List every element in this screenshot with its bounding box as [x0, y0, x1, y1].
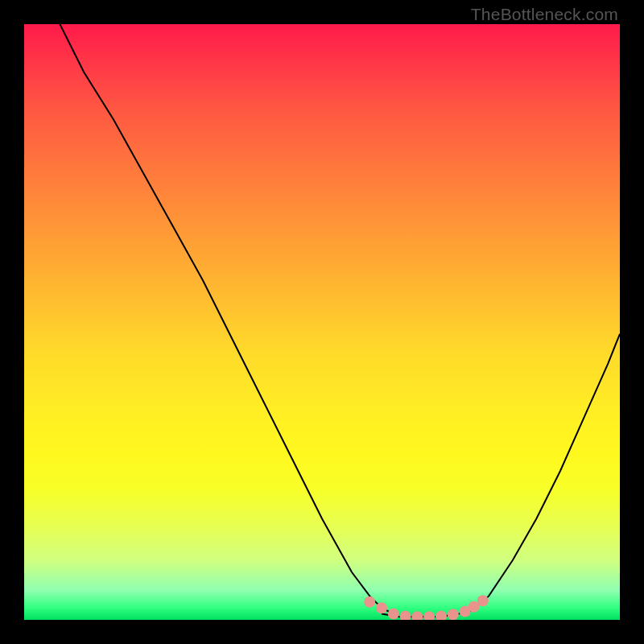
- valley-marker: [477, 595, 489, 606]
- valley-marker: [388, 609, 399, 620]
- valley-marker: [411, 611, 423, 620]
- valley-marker: [423, 611, 435, 620]
- watermark-text: TheBottleneck.com: [471, 5, 618, 24]
- bottleneck-curve-overlay: [24, 24, 620, 620]
- valley-marker-group: [364, 595, 489, 620]
- curve-right-branch: [471, 334, 620, 611]
- valley-marker: [448, 609, 459, 620]
- valley-marker: [400, 611, 411, 620]
- curve-left-branch: [60, 24, 393, 614]
- valley-marker: [436, 611, 447, 620]
- valley-marker: [376, 602, 387, 613]
- valley-marker: [364, 597, 375, 608]
